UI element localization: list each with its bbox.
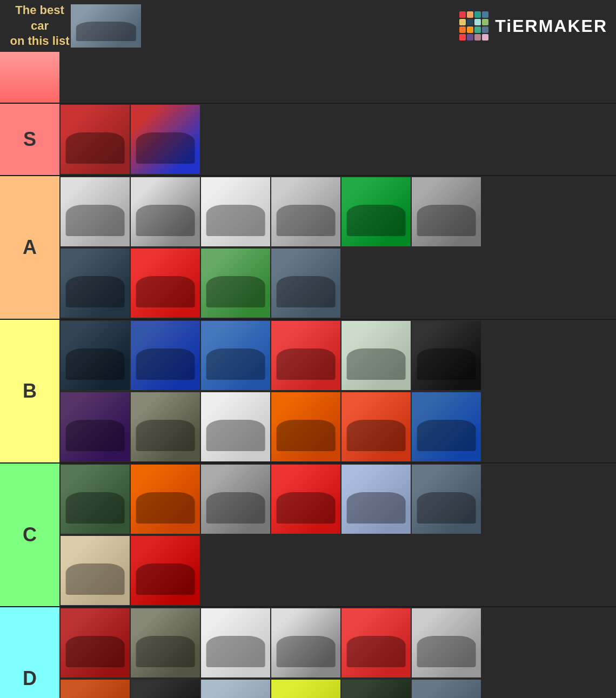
car-card[interactable] [342, 465, 411, 534]
car-card[interactable] [61, 105, 130, 174]
tier-cards-d [59, 607, 616, 698]
car-card[interactable] [342, 321, 411, 390]
car-card[interactable] [61, 608, 130, 677]
car-card[interactable] [61, 177, 130, 246]
car-card[interactable] [342, 608, 411, 677]
car-card[interactable] [412, 608, 481, 677]
tier-label-b: B [0, 320, 59, 462]
tier-cards-special [59, 52, 616, 103]
car-card[interactable] [342, 392, 411, 461]
car-card[interactable] [412, 392, 481, 461]
header: The best car on this list TiERMAKER [0, 0, 616, 52]
tier-label-special [0, 52, 59, 103]
car-card[interactable] [131, 249, 200, 318]
tier-row-s: S [0, 104, 616, 176]
tiermaker-logo: TiERMAKER [459, 11, 607, 41]
car-card[interactable] [271, 608, 340, 677]
tier-row-b: B [0, 320, 616, 464]
car-card[interactable] [201, 608, 270, 677]
car-card[interactable] [342, 177, 411, 246]
tier-row-d: D [0, 607, 616, 698]
car-card[interactable] [131, 608, 200, 677]
car-card[interactable] [131, 680, 200, 698]
logo-text: TiERMAKER [495, 16, 607, 36]
car-card[interactable] [201, 249, 270, 318]
car-card[interactable] [61, 536, 130, 605]
tier-list: S A [0, 52, 616, 698]
car-card[interactable] [131, 321, 200, 390]
car-card[interactable] [412, 680, 481, 698]
header-title: The best car on this list [9, 3, 71, 49]
car-card[interactable] [201, 177, 270, 246]
car-card[interactable] [271, 321, 340, 390]
car-card[interactable] [271, 177, 340, 246]
car-card[interactable] [131, 465, 200, 534]
tier-label-d: D [0, 607, 59, 698]
tier-cards-b [59, 320, 616, 462]
car-card[interactable] [61, 680, 130, 698]
car-card[interactable] [61, 392, 130, 461]
car-card[interactable] [271, 465, 340, 534]
tier-row-c: C [0, 464, 616, 607]
header-car-image [71, 4, 141, 48]
tier-label-s: S [0, 104, 59, 175]
car-card[interactable] [412, 321, 481, 390]
tier-label-c: C [0, 464, 59, 606]
car-card[interactable] [271, 392, 340, 461]
tier-cards-c [59, 464, 616, 606]
tier-label-a: A [0, 176, 59, 319]
car-card[interactable] [412, 177, 481, 246]
car-card[interactable] [201, 465, 270, 534]
car-card[interactable] [201, 680, 270, 698]
car-card[interactable] [271, 680, 340, 698]
car-card[interactable] [201, 321, 270, 390]
car-card[interactable] [131, 536, 200, 605]
logo-grid [459, 11, 488, 41]
tier-cards-s [59, 104, 616, 175]
car-card[interactable] [131, 392, 200, 461]
car-card[interactable] [61, 465, 130, 534]
car-card[interactable] [61, 321, 130, 390]
tier-cards-a [59, 176, 616, 319]
car-card[interactable] [131, 105, 200, 174]
car-card[interactable] [412, 465, 481, 534]
car-card[interactable] [131, 177, 200, 246]
car-card[interactable] [342, 680, 411, 698]
car-card[interactable] [61, 249, 130, 318]
car-card[interactable] [201, 392, 270, 461]
tier-row-a: A [0, 176, 616, 320]
car-card[interactable] [271, 249, 340, 318]
tier-row-special [0, 52, 616, 104]
